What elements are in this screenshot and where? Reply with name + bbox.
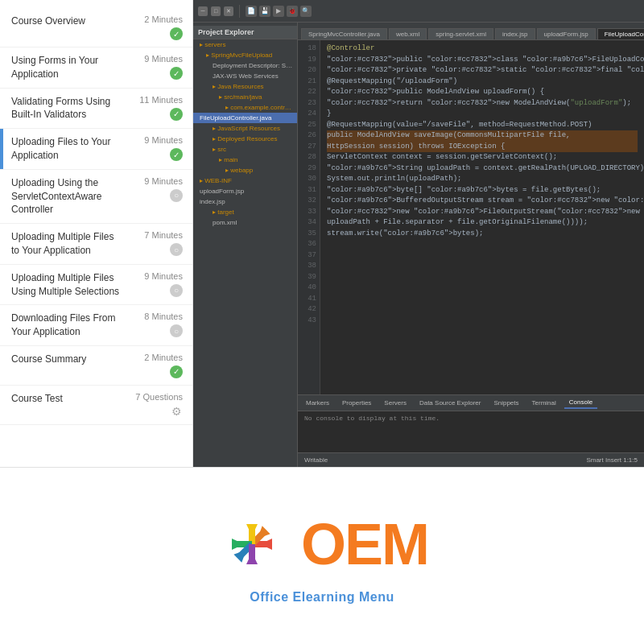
top-section: Course Overview2 Minutes✓Using Forms in … <box>0 0 644 467</box>
ide-tab-index.jsp[interactable]: index.jsp <box>495 28 535 39</box>
ide-toolbar-separator <box>239 5 240 18</box>
sidebar-item-duration-course-summary: 2 Minutes <box>144 353 183 362</box>
explorer-item[interactable]: ▸ Deployed Resources <box>193 134 297 144</box>
code-line-29: public ModelAndView saveImage(CommonsMul… <box>327 130 638 142</box>
ide-toolbar-icons: 📄 💾 ▶ 🐞 🔍 <box>246 6 639 17</box>
ide-bottom-tab-Markers[interactable]: Markers <box>301 398 334 408</box>
ide-tabs: SpringMvcController.javaweb.xmlspring-se… <box>298 23 644 40</box>
ide-console: No console to display at this time. <box>298 411 644 452</box>
sidebar-item-title-course-overview: Course Overview <box>11 14 122 28</box>
code-line-39: "color:#a9b7c6">BufferedOutputStream str… <box>327 196 638 207</box>
ide-new-icon[interactable]: 📄 <box>246 6 257 17</box>
sidebar-item-duration-course-test: 7 Questions <box>135 392 183 402</box>
ide-search-icon[interactable]: 🔍 <box>300 6 312 17</box>
sidebar-item-uploading-multiple[interactable]: Uploading Multiple Files to Your Applica… <box>0 224 192 265</box>
explorer-item[interactable]: ▸ src <box>193 144 297 155</box>
sidebar-item-title-uploading-multiple: Uploading Multiple Files to Your Applica… <box>11 230 122 258</box>
code-line-24: "color:#cc7832">public ModelAndView uplo… <box>327 87 638 98</box>
ide-tab-FileUploadController.jav[interactable]: FileUploadController.jav <box>597 28 644 39</box>
sidebar-item-title-uploading-multiple-select: Uploading Multiple Files Using Multiple … <box>11 271 122 299</box>
ide-window: ─ □ ✕ 📄 💾 ▶ 🐞 🔍 Proje <box>193 0 644 467</box>
sidebar-item-status-uploading-multiple-select: ○ <box>170 284 183 297</box>
sidebar-item-course-test[interactable]: Course Test7 Questions⚙ <box>0 386 192 425</box>
explorer-item[interactable]: ▸ servers <box>193 39 297 50</box>
sidebar-item-title-course-test: Course Test <box>11 392 122 406</box>
sidebar-item-status-course-test: ⚙ <box>170 405 183 418</box>
sidebar-item-title-validating-forms: Validating Forms Using Built-In Validato… <box>11 95 122 122</box>
console-text: No console to display at this time. <box>304 415 440 422</box>
ide-bottom-tab-Terminal[interactable]: Terminal <box>527 398 561 408</box>
ide-maximize-btn[interactable]: □ <box>211 6 221 16</box>
ide-tab-uploadForm.jsp[interactable]: uploadForm.jsp <box>537 28 596 39</box>
ide-close-btn[interactable]: ✕ <box>224 6 233 16</box>
sidebar: Course Overview2 Minutes✓Using Forms in … <box>0 0 193 467</box>
sidebar-item-duration-uploading-multiple: 7 Minutes <box>144 230 183 240</box>
explorer-item[interactable]: JAX-WS Web Services <box>193 71 297 81</box>
ide-bottom-tab-Servers[interactable]: Servers <box>379 398 411 408</box>
ide-bottom-tab-Properties[interactable]: Properties <box>337 398 376 408</box>
code-line-35: System.out.println(uploadPath); <box>327 174 638 185</box>
ide-bottom-tab-Data-Source-Explorer[interactable]: Data Source Explorer <box>415 398 485 408</box>
sidebar-item-status-validating-forms: ✓ <box>170 108 183 121</box>
explorer-item[interactable]: uploadForm.jsp <box>193 186 297 196</box>
code-lines[interactable]: @Controller"color:#cc7832">public "color… <box>320 40 644 394</box>
ide-statusbar: Writable Smart Insert 1:1:5 <box>298 452 644 467</box>
sidebar-item-title-uploading-files: Uploading Files to Your Application <box>11 135 122 163</box>
sidebar-item-using-forms[interactable]: Using Forms in Your Application9 Minutes… <box>0 47 192 89</box>
explorer-item[interactable]: ▸ SpringMvcFileUpload <box>193 50 297 60</box>
ide-run-icon[interactable]: ▶ <box>273 6 284 17</box>
code-line-23: @RequestMapping("/uploadForm") <box>327 76 638 88</box>
sidebar-item-duration-uploading-multiple-select: 9 Minutes <box>144 271 183 281</box>
explorer-item[interactable]: ▸ src/main/java <box>193 92 297 102</box>
explorer-header: Project Explorer <box>193 26 297 39</box>
sidebar-item-course-overview[interactable]: Course Overview2 Minutes✓ <box>0 8 192 47</box>
explorer-item[interactable]: Deployment Descriptor: Spring... <box>193 60 297 71</box>
sidebar-item-status-course-overview: ✓ <box>170 27 183 40</box>
sidebar-item-course-summary[interactable]: Course Summary2 Minutes✓ <box>0 346 192 386</box>
svg-rect-11 <box>249 544 255 560</box>
ide-tab-web.xml[interactable]: web.xml <box>389 28 427 39</box>
ide-main: Project Explorer ▸ servers▸ SpringMvcFil… <box>193 23 644 467</box>
sidebar-item-status-uploading-files: ✓ <box>170 148 183 161</box>
explorer-item[interactable]: ▸ target <box>193 207 297 217</box>
sidebar-item-uploading-servletcontext[interactable]: Uploading Using the ServletContextAware … <box>0 170 192 224</box>
oem-logo-row: OEM <box>216 508 428 580</box>
explorer-item[interactable]: ▸ com.example.controller <box>193 102 297 113</box>
explorer-item[interactable]: FileUploadController.java <box>193 113 297 123</box>
explorer-item[interactable]: pom.xml <box>193 217 297 228</box>
sidebar-item-duration-uploading-servletcontext: 9 Minutes <box>144 176 183 186</box>
ide-bottom-panel: MarkersPropertiesServersData Source Expl… <box>298 394 644 467</box>
ide-tab-SpringMvcController.java[interactable]: SpringMvcController.java <box>301 28 387 39</box>
code-line-21: "color:#cc7832">private "color:#cc7832">… <box>327 65 638 76</box>
ide-bottom-tab-Snippets[interactable]: Snippets <box>489 398 523 408</box>
explorer-item[interactable]: ▸ JavaScript Resources <box>193 123 297 134</box>
oem-tagline: Office Elearning Menu <box>250 590 394 605</box>
sidebar-item-status-downloading-files: ○ <box>170 324 183 337</box>
ide-save-icon[interactable]: 💾 <box>259 6 270 17</box>
explorer-item[interactable]: index.jsp <box>193 196 297 207</box>
sidebar-item-uploading-files[interactable]: Uploading Files to Your Application9 Min… <box>0 129 192 170</box>
ide-debug-icon[interactable]: 🐞 <box>287 6 298 17</box>
oem-logo-container: OEM Office Elearning Menu <box>216 508 428 605</box>
sidebar-item-title-using-forms: Using Forms in Your Application <box>11 54 122 81</box>
sidebar-item-uploading-multiple-select[interactable]: Uploading Multiple Files Using Multiple … <box>0 265 192 306</box>
sidebar-item-downloading-files[interactable]: Downloading Files From Your Application8… <box>0 305 192 346</box>
ide-minimize-btn[interactable]: ─ <box>198 6 208 16</box>
code-line-25: "color:#cc7832">return "color:#cc7832">n… <box>327 98 638 109</box>
explorer-item[interactable]: ▸ webapp <box>193 165 297 175</box>
code-line-41: uploadPath + File.separator + file.getOr… <box>327 217 638 229</box>
sidebar-item-title-course-summary: Course Summary <box>11 353 122 366</box>
ide-tab-spring-servlet.xml[interactable]: spring-servlet.xml <box>428 28 493 39</box>
sidebar-item-validating-forms[interactable]: Validating Forms Using Built-In Validato… <box>0 89 192 130</box>
code-line-28: @RequestMapping(value="/saveFile", metho… <box>327 120 638 131</box>
sidebar-item-duration-course-overview: 2 Minutes <box>144 14 183 24</box>
sidebar-item-duration-downloading-files: 8 Minutes <box>144 312 183 321</box>
app-container: Course Overview2 Minutes✓Using Forms in … <box>0 0 644 644</box>
ide-bottom-tab-Console[interactable]: Console <box>564 397 597 409</box>
explorer-item[interactable]: ▸ main <box>193 155 297 165</box>
sidebar-item-title-uploading-servletcontext: Uploading Using the ServletContextAware … <box>11 176 122 217</box>
explorer-item[interactable]: ▸ Java Resources <box>193 81 297 92</box>
explorer-item[interactable]: ▸ WEB-INF <box>193 175 297 186</box>
statusbar-right: Smart Insert 1:1:5 <box>586 456 638 464</box>
code-panel: SpringMvcController.javaweb.xmlspring-se… <box>298 23 644 467</box>
